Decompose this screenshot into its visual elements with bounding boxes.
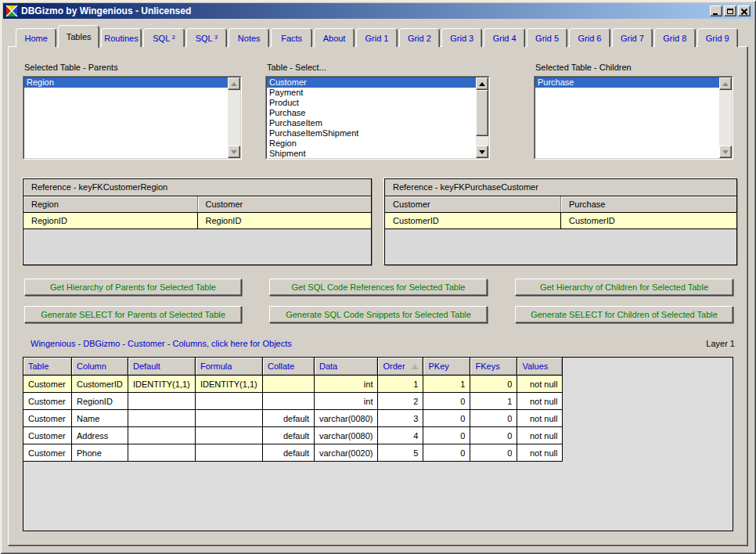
grid-row[interactable]: Customer Address default varchar(0080) 4…	[23, 427, 563, 444]
maximize-button[interactable]	[724, 5, 736, 16]
generate-sql-snippets-button[interactable]: Generate SQL Code Snippets for Selected …	[269, 306, 488, 323]
list-item[interactable]: Region	[267, 138, 476, 149]
list-item[interactable]: Purchase	[535, 77, 719, 88]
scroll-up-button[interactable]	[719, 77, 732, 90]
children-listbox[interactable]: Purchase	[534, 76, 733, 160]
arrow-down-icon	[722, 150, 729, 154]
header-table[interactable]: Table	[23, 358, 72, 376]
grid-cell: 5	[378, 444, 423, 462]
get-hierarchy-parents-button[interactable]: Get Hierarchy of Parents for Selected Ta…	[24, 279, 242, 296]
table-select-label: Table - Select...	[267, 63, 326, 73]
grid-cell	[263, 393, 315, 410]
children-listbox-inner: Purchase	[535, 77, 733, 159]
list-item[interactable]: Purchase	[267, 108, 476, 118]
tab-about[interactable]: About	[314, 28, 355, 47]
tab-notes[interactable]: Notes	[229, 28, 269, 47]
tab-grid-1[interactable]: Grid 1	[356, 28, 397, 47]
reference-data-row[interactable]: RegionID RegionID	[23, 213, 371, 229]
grid-cell: IDENTITY(1,1)	[196, 376, 263, 393]
maximize-icon	[727, 9, 733, 14]
tab-grid-8[interactable]: Grid 8	[654, 28, 695, 47]
tab-tables[interactable]: Tables	[58, 25, 99, 48]
grid-cell: varchar(0080)	[315, 410, 378, 427]
grid-row[interactable]: Customer Name default varchar(0080) 3 0 …	[23, 410, 563, 427]
table-select-scrollbar[interactable]	[476, 77, 488, 158]
header-fkeys[interactable]: FKeys	[470, 358, 517, 376]
title-bar[interactable]: DBGizmo by Wingenious - Unlicensed	[3, 3, 753, 19]
parents-scrollbar[interactable]	[228, 77, 240, 158]
close-icon	[741, 9, 747, 14]
list-item[interactable]: PurchaseItemShipment	[267, 128, 476, 138]
arrow-up-icon	[722, 82, 729, 86]
reference-header-cell: Region	[23, 196, 198, 212]
tab-grid-7[interactable]: Grid 7	[612, 28, 653, 47]
get-sql-references-button[interactable]: Get SQL Code References for Selected Tab…	[269, 279, 488, 296]
grid-cell	[196, 410, 263, 427]
generate-select-parents-button[interactable]: Generate SELECT for Parents of Selected …	[24, 306, 242, 323]
tab-grid-9[interactable]: Grid 9	[697, 28, 738, 47]
sort-ascending-icon	[412, 364, 418, 369]
list-item[interactable]: Shipment	[267, 149, 476, 159]
list-item[interactable]: PurchaseItem	[267, 118, 476, 128]
list-item[interactable]: Customer	[267, 77, 476, 88]
grid-cell: 0	[470, 410, 517, 427]
close-button[interactable]	[738, 5, 751, 16]
tab-grid-2[interactable]: Grid 2	[399, 28, 440, 47]
tab-grid-3[interactable]: Grid 3	[441, 28, 482, 47]
grid-cell: 0	[470, 427, 517, 444]
grid-cell: 0	[470, 444, 517, 462]
grid-cell: 0	[423, 427, 470, 444]
tab-facts[interactable]: Facts	[271, 28, 311, 47]
grid-cell: IDENTITY(1,1)	[128, 376, 196, 393]
grid-cell: CustomerID	[72, 376, 128, 393]
header-data[interactable]: Data	[315, 358, 378, 376]
tab-grid-6[interactable]: Grid 6	[569, 28, 610, 47]
header-order[interactable]: Order	[378, 358, 423, 376]
header-values[interactable]: Values	[517, 358, 563, 376]
scrollbar-thumb[interactable]	[476, 90, 488, 136]
tab-routines[interactable]: Routines	[101, 28, 142, 47]
list-item[interactable]: Region	[24, 77, 228, 88]
grid-cell: Customer	[23, 410, 72, 427]
minimize-icon	[713, 13, 718, 15]
grid-cell: not null	[517, 410, 563, 427]
generate-select-children-button[interactable]: Generate SELECT for Children of Selected…	[515, 306, 733, 323]
tab-grid-5[interactable]: Grid 5	[527, 28, 567, 47]
grid-cell: int	[315, 376, 378, 393]
grid-panel: Table Column Default Formula Collate Dat…	[23, 357, 733, 531]
tab-home[interactable]: Home	[16, 28, 56, 47]
tab-grid-4[interactable]: Grid 4	[484, 28, 524, 47]
list-item[interactable]: Payment	[267, 88, 476, 98]
grid-cell: 2	[378, 393, 423, 410]
scroll-down-button[interactable]	[719, 146, 732, 158]
header-pkey[interactable]: PKey	[423, 358, 470, 376]
scroll-up-button[interactable]	[228, 77, 240, 90]
grid-row[interactable]: Customer Phone default varchar(0020) 5 0…	[23, 444, 563, 462]
arrow-up-icon	[479, 82, 485, 86]
parents-listbox[interactable]: Region	[23, 76, 242, 160]
grid-cell: Customer	[23, 444, 72, 462]
children-scrollbar[interactable]	[719, 77, 732, 158]
tab-sql3[interactable]: SQL ³	[186, 28, 227, 47]
header-default[interactable]: Default	[128, 358, 196, 376]
parents-list-items: Region	[24, 77, 228, 158]
header-column[interactable]: Column	[72, 358, 128, 376]
header-formula[interactable]: Formula	[196, 358, 263, 376]
minimize-button[interactable]	[710, 5, 722, 16]
list-item[interactable]: Product	[267, 98, 476, 108]
grid-row[interactable]: Customer RegionID int 2 0 1 not null	[23, 393, 563, 410]
grid-cell: varchar(0080)	[315, 427, 378, 444]
get-hierarchy-children-button[interactable]: Get Hierarchy of Children for Selected T…	[515, 279, 733, 296]
table-select-listbox[interactable]: Customer Payment Product Purchase Purcha…	[265, 76, 490, 160]
scroll-down-button[interactable]	[228, 146, 240, 158]
scroll-down-button[interactable]	[476, 146, 488, 158]
scroll-up-button[interactable]	[476, 77, 488, 90]
grid-row[interactable]: Customer CustomerID IDENTITY(1,1) IDENTI…	[23, 376, 563, 393]
reference-data-row[interactable]: CustomerID CustomerID	[385, 213, 736, 229]
tab-strip: Home Tables Routines SQL ² SQL ³ Notes F…	[16, 25, 740, 47]
header-collate[interactable]: Collate	[263, 358, 315, 376]
grid-cell: default	[263, 427, 315, 444]
objects-link[interactable]: Wingenious - DBGizmo - Customer - Column…	[31, 339, 292, 348]
reference-panel-purchase-customer: Reference - keyFKPurchaseCustomer Custom…	[384, 178, 737, 265]
tab-sql2[interactable]: SQL ²	[143, 28, 184, 47]
